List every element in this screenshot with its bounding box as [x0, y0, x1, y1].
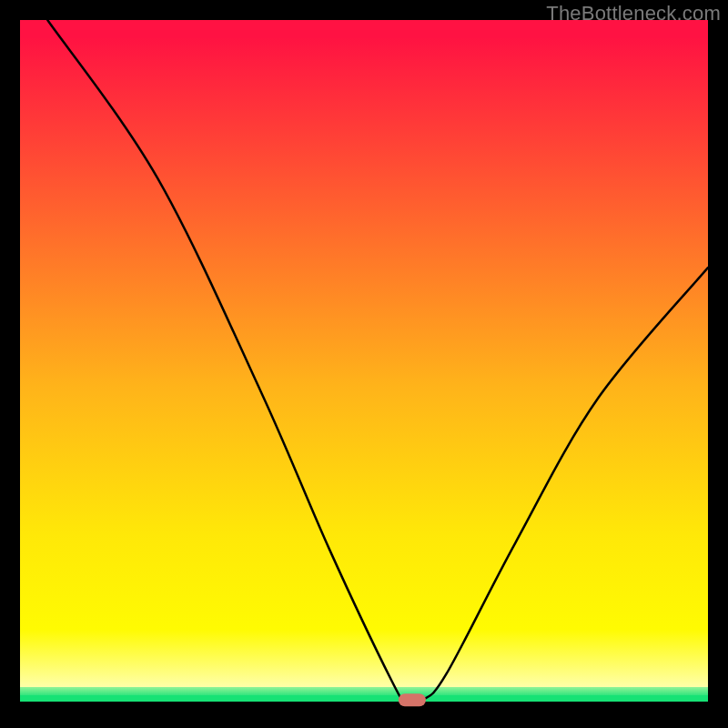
gradient-band — [20, 695, 708, 703]
gradient-band — [20, 534, 708, 630]
gradient-band — [20, 630, 708, 688]
gradient-band — [20, 38, 708, 173]
gradient-band — [20, 20, 708, 38]
gradient-band — [20, 687, 708, 694]
chart-stage: TheBottleneck.com — [0, 0, 728, 728]
plot-area — [20, 20, 708, 708]
gradient-band — [20, 174, 708, 385]
bottleneck-marker — [399, 693, 426, 706]
gradient-band — [20, 385, 708, 534]
gradient-band — [20, 702, 708, 708]
